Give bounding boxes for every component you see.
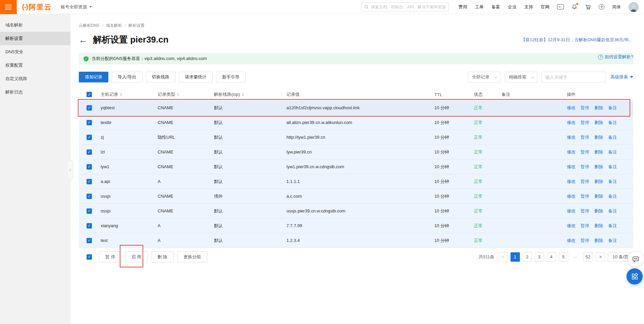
action-modify[interactable]: 修改 [567, 105, 576, 110]
action-delete[interactable]: 删除 [594, 105, 603, 110]
page-button-4[interactable]: 4 [547, 252, 556, 262]
aliyun-logo[interactable]: (-) 阿里云 [22, 2, 52, 12]
menu-item-support[interactable]: 支持 [524, 4, 533, 10]
sidebar-item-custom-line[interactable]: 自定义线路 [0, 72, 70, 85]
action-pause[interactable]: 暂停 [581, 208, 589, 213]
widgets-launcher-button[interactable] [627, 268, 643, 284]
action-modify[interactable]: 修改 [567, 135, 576, 140]
sidebar-item-resolution-logs[interactable]: 解析日志 [0, 85, 70, 99]
action-pause[interactable]: 暂停 [581, 223, 589, 228]
action-pause[interactable]: 暂停 [581, 149, 589, 154]
action-modify[interactable]: 修改 [567, 223, 576, 228]
action-modify[interactable]: 修改 [567, 194, 576, 199]
action-remark[interactable]: 备注 [608, 238, 617, 243]
help-icon[interactable] [599, 4, 604, 10]
menu-item-enterprise[interactable]: 企业 [508, 4, 517, 10]
row-checkbox[interactable] [87, 179, 92, 184]
action-pause[interactable]: 暂停 [581, 120, 589, 125]
bulk-change-group-button[interactable]: 更换分组 [177, 251, 207, 262]
bulk-delete-button[interactable]: 删 除 [151, 251, 174, 262]
import-export-button[interactable]: 导入/导出 [112, 72, 143, 82]
cart-icon[interactable] [585, 4, 591, 10]
account-resource-selector[interactable]: 账号全部资源 [61, 4, 92, 10]
page-button-5[interactable]: 5 [559, 252, 568, 262]
action-delete[interactable]: 删除 [594, 135, 603, 140]
beginner-guide-button[interactable]: 新手引导 [216, 72, 246, 82]
action-delete[interactable]: 删除 [594, 120, 603, 125]
action-delete[interactable]: 删除 [594, 223, 603, 228]
row-checkbox[interactable] [87, 120, 92, 125]
action-pause[interactable]: 暂停 [581, 194, 589, 199]
action-remark[interactable]: 备注 [608, 179, 617, 184]
menu-item-tickets[interactable]: 工单 [475, 4, 484, 10]
action-modify[interactable]: 修改 [567, 164, 576, 169]
row-checkbox[interactable] [87, 105, 92, 111]
action-modify[interactable]: 修改 [567, 208, 576, 213]
menu-item-official-site[interactable]: 官网 [541, 4, 549, 10]
action-delete[interactable]: 删除 [594, 149, 603, 154]
sidebar-item-weight-config[interactable]: 权重配置 [0, 59, 70, 72]
row-checkbox[interactable] [87, 149, 92, 155]
action-remark[interactable]: 备注 [608, 208, 617, 213]
hamburger-menu-button[interactable] [0, 0, 17, 14]
select-all-checkbox-bottom[interactable] [87, 254, 92, 260]
cloud-shell-icon[interactable] [557, 4, 564, 9]
action-pause[interactable]: 暂停 [581, 179, 589, 184]
row-checkbox[interactable] [87, 164, 92, 170]
action-remark[interactable]: 备注 [608, 120, 617, 125]
search-mode-dropdown[interactable]: 精确搜索 [505, 72, 537, 82]
action-pause[interactable]: 暂停 [581, 238, 589, 243]
global-search-input[interactable] [371, 5, 445, 9]
advanced-search-toggle[interactable]: 高级搜索 [610, 74, 633, 80]
page-button-1[interactable]: 1 [511, 252, 520, 262]
action-delete[interactable]: 删除 [594, 164, 603, 169]
row-checkbox[interactable] [87, 223, 92, 229]
row-checkbox[interactable] [87, 194, 92, 199]
record-filter-dropdown[interactable]: 全部记录 [468, 72, 500, 82]
row-checkbox[interactable] [87, 135, 92, 140]
sort-icon[interactable] [120, 93, 122, 96]
breadcrumb-item-domain-resolution[interactable]: 域名解析 [106, 23, 122, 28]
sidebar-item-resolution-settings[interactable]: 解析设置 [0, 32, 70, 45]
prev-page-button[interactable]: < [498, 252, 508, 262]
page-button-2[interactable]: 2 [523, 252, 532, 262]
action-remark[interactable]: 备注 [608, 135, 617, 140]
action-remark[interactable]: 备注 [608, 105, 617, 110]
sidebar-item-dns-security[interactable]: DNS安全 [0, 45, 70, 59]
action-modify[interactable]: 修改 [567, 149, 576, 154]
request-stats-button[interactable]: 请求量统计 [179, 72, 213, 82]
feedback-chat-button[interactable] [628, 251, 643, 267]
sort-icon[interactable] [242, 93, 244, 96]
page-button-52[interactable]: 52 [583, 252, 593, 262]
action-delete[interactable]: 删除 [594, 208, 603, 213]
breadcrumb-item-dns[interactable]: 云解析DNS [79, 23, 99, 28]
action-delete[interactable]: 删除 [594, 179, 603, 184]
promo-banner-text[interactable]: 【双12狂欢】12月9-31日，云解析DNS爆款低至36元/年。 [521, 37, 633, 43]
sort-icon[interactable] [177, 93, 179, 96]
menu-item-icp[interactable]: 备案 [491, 4, 500, 10]
action-pause[interactable]: 暂停 [581, 135, 589, 140]
next-page-button[interactable]: > [596, 252, 605, 262]
sidebar-collapse-handle[interactable] [68, 160, 73, 180]
row-checkbox[interactable] [87, 208, 92, 214]
keyword-search-box[interactable] [542, 72, 606, 82]
menu-item-billing[interactable]: 费用 [459, 4, 467, 10]
action-modify[interactable]: 修改 [567, 179, 576, 184]
action-pause[interactable]: 暂停 [581, 105, 589, 110]
global-search-box[interactable] [361, 2, 449, 11]
action-modify[interactable]: 修改 [567, 120, 576, 125]
action-remark[interactable]: 备注 [608, 223, 617, 228]
sidebar-item-domain-resolution[interactable]: 域名解析 [0, 18, 70, 32]
row-checkbox[interactable] [87, 238, 92, 243]
language-selector[interactable]: 简体 [612, 4, 621, 10]
action-remark[interactable]: 备注 [608, 194, 617, 199]
page-button-3[interactable]: 3 [535, 252, 544, 262]
action-modify[interactable]: 修改 [567, 238, 576, 243]
bulk-enable-button[interactable]: 启 用 [125, 251, 148, 262]
action-delete[interactable]: 删除 [594, 238, 603, 243]
notification-bell-icon[interactable] [572, 4, 577, 10]
how-to-setup-link[interactable]: 如何设置解析? [598, 54, 633, 60]
action-pause[interactable]: 暂停 [581, 164, 589, 169]
user-avatar[interactable] [629, 2, 639, 12]
action-remark[interactable]: 备注 [608, 164, 617, 169]
